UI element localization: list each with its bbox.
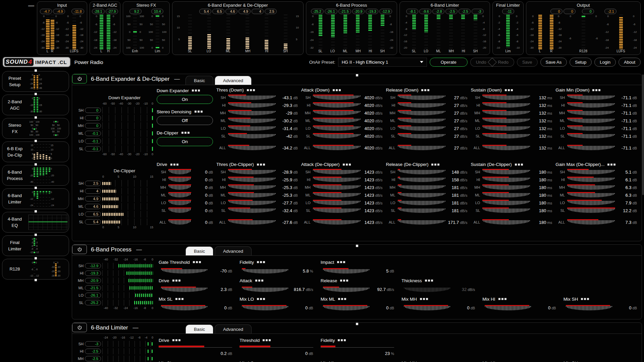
knob-sh[interactable] xyxy=(168,169,191,175)
toggle-de-clipper[interactable]: On xyxy=(157,137,213,146)
knob-mh[interactable] xyxy=(228,110,276,116)
knob-mh[interactable] xyxy=(567,110,615,116)
knob-lo[interactable] xyxy=(168,200,191,205)
save-as-button[interactable]: Save As xyxy=(540,58,567,67)
sidebar-item-6-band-process[interactable]: 6-BandProcess0-20-400-20-40 xyxy=(2,165,69,186)
login-button[interactable]: Login xyxy=(594,58,616,67)
knob-all[interactable] xyxy=(228,145,276,150)
setup-button[interactable]: Setup xyxy=(570,58,592,67)
knob-hi[interactable] xyxy=(398,102,446,108)
knob-gate-threshold[interactable] xyxy=(161,268,208,274)
knob-sh[interactable] xyxy=(313,169,361,175)
knob-sl[interactable] xyxy=(228,207,276,213)
knob-sl[interactable] xyxy=(482,207,530,213)
knob-sh[interactable] xyxy=(398,169,446,175)
knob-sh[interactable] xyxy=(567,95,615,100)
knob-impact[interactable] xyxy=(323,268,370,274)
knob-release[interactable] xyxy=(323,287,370,292)
tab-expander-basic[interactable]: Basic xyxy=(185,76,213,85)
knob-lo[interactable] xyxy=(228,200,276,205)
knob-fidelity[interactable] xyxy=(242,268,288,274)
knob-mix-ml[interactable] xyxy=(323,305,370,311)
knob-mh[interactable] xyxy=(567,184,615,190)
knob-sl[interactable] xyxy=(168,207,191,213)
about-button[interactable]: About xyxy=(619,58,641,67)
knob-hi[interactable] xyxy=(168,177,191,182)
tab-process-basic[interactable]: Basic xyxy=(185,246,213,255)
power-button[interactable] xyxy=(72,245,87,254)
knob-sl[interactable] xyxy=(567,133,615,139)
knob-mh[interactable] xyxy=(168,184,191,190)
knob-ml[interactable] xyxy=(313,192,361,198)
sidebar-item-final-limiter[interactable]: FinalLimiter0-3-6-9-120-3-6-9-12 xyxy=(2,235,69,256)
knob-thickness[interactable] xyxy=(404,287,450,292)
knob-drive[interactable] xyxy=(161,287,208,292)
sidebar-item-6-b-exp-de-clip[interactable]: 6-B ExpDe-Clip151050151050 xyxy=(2,141,69,162)
knob-lo[interactable] xyxy=(313,200,361,205)
knob-hi[interactable] xyxy=(567,102,615,108)
slider-fidelity[interactable] xyxy=(321,344,394,349)
knob-lo[interactable] xyxy=(482,200,530,205)
knob-hi[interactable] xyxy=(482,177,530,182)
sidebar-item-2-band-agc[interactable]: 2-BandAGC0-15-300-15-30 xyxy=(2,95,69,115)
power-button[interactable] xyxy=(72,74,87,83)
knob-all[interactable] xyxy=(482,145,530,150)
sidebar-item-4-band-eq[interactable]: 4-BandEQ xyxy=(2,212,69,233)
knob-attack[interactable] xyxy=(242,287,288,292)
knob-mix-mh[interactable] xyxy=(404,305,450,311)
knob-lo[interactable] xyxy=(567,200,615,205)
knob-mix-hi[interactable] xyxy=(485,305,531,311)
knob-hi[interactable] xyxy=(398,177,446,182)
knob-hi[interactable] xyxy=(228,177,276,182)
knob-sl[interactable] xyxy=(313,207,361,213)
knob-mh[interactable] xyxy=(482,184,530,190)
slider-threshold[interactable] xyxy=(239,344,313,349)
knob-lo[interactable] xyxy=(482,125,530,131)
knob-hi[interactable] xyxy=(228,102,276,108)
knob-all[interactable] xyxy=(228,219,276,225)
knob-ml[interactable] xyxy=(482,118,530,123)
knob-hi[interactable] xyxy=(482,102,530,108)
knob-mix-lo[interactable] xyxy=(242,305,288,311)
knob-ml[interactable] xyxy=(398,192,446,198)
knob-all[interactable] xyxy=(398,219,446,225)
knob-ml[interactable] xyxy=(228,118,276,123)
tab-process-advanced[interactable]: Advanced xyxy=(215,246,252,255)
tab-expander-advanced[interactable]: Advanced xyxy=(215,76,252,85)
knob-sh[interactable] xyxy=(313,95,361,100)
knob-hi[interactable] xyxy=(313,177,361,182)
knob-sh[interactable] xyxy=(482,169,530,175)
knob-sl[interactable] xyxy=(482,133,530,139)
knob-all[interactable] xyxy=(482,219,530,225)
knob-sh[interactable] xyxy=(482,95,530,100)
knob-sl[interactable] xyxy=(567,207,615,213)
knob-hi[interactable] xyxy=(567,177,615,182)
knob-sl[interactable] xyxy=(228,133,276,139)
toggle-stereo-denoising[interactable]: Off xyxy=(157,116,213,125)
knob-hi[interactable] xyxy=(313,102,361,108)
save-button[interactable]: Save xyxy=(517,58,538,67)
knob-lo[interactable] xyxy=(228,125,276,131)
knob-all[interactable] xyxy=(567,145,615,150)
knob-mh[interactable] xyxy=(398,110,446,116)
knob-sh[interactable] xyxy=(567,169,615,175)
knob-ml[interactable] xyxy=(168,192,191,198)
knob-lo[interactable] xyxy=(398,200,446,205)
knob-mh[interactable] xyxy=(313,184,361,190)
knob-all[interactable] xyxy=(313,219,361,225)
knob-mh[interactable] xyxy=(398,184,446,190)
vertical-scrollbar[interactable] xyxy=(642,74,644,195)
knob-all[interactable] xyxy=(398,145,446,150)
operate-button[interactable]: Operate xyxy=(430,58,468,67)
knob-sl[interactable] xyxy=(398,133,446,139)
knob-ml[interactable] xyxy=(313,118,361,123)
knob-lo[interactable] xyxy=(313,125,361,131)
knob-ml[interactable] xyxy=(398,118,446,123)
knob-mix-sh[interactable] xyxy=(566,305,612,311)
knob-all[interactable] xyxy=(313,145,361,150)
minimize-icon[interactable]: — xyxy=(28,2,34,9)
knob-all[interactable] xyxy=(567,219,615,225)
knob-mh[interactable] xyxy=(228,184,276,190)
tab-limiter-advanced[interactable]: Advanced xyxy=(215,324,252,334)
knob-lo[interactable] xyxy=(398,125,446,131)
